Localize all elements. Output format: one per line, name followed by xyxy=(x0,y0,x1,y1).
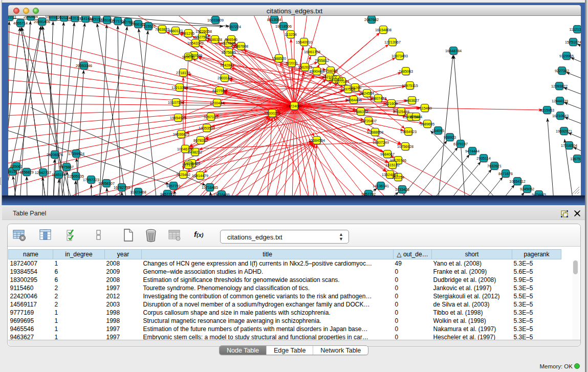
svg-text:835061: 835061 xyxy=(10,164,23,169)
svg-text:9227342: 9227342 xyxy=(555,69,569,73)
svg-text:8215953: 8215953 xyxy=(540,108,554,113)
svg-text:989016: 989016 xyxy=(182,55,194,59)
svg-text:12353594: 12353594 xyxy=(199,126,215,130)
svg-text:9474444: 9474444 xyxy=(465,149,480,154)
svg-text:8427552: 8427552 xyxy=(212,89,227,93)
svg-text:20691406: 20691406 xyxy=(34,19,50,24)
svg-text:15716485: 15716485 xyxy=(202,185,218,190)
svg-text:20053346: 20053346 xyxy=(76,63,92,68)
svg-text:2040404: 2040404 xyxy=(24,16,38,19)
svg-text:1588520: 1588520 xyxy=(272,56,286,61)
svg-text:2935114: 2935114 xyxy=(476,156,490,161)
svg-text:39159: 39159 xyxy=(8,169,17,174)
svg-text:10654112: 10654112 xyxy=(509,179,525,184)
svg-text:9242848: 9242848 xyxy=(220,63,234,68)
svg-text:12444139: 12444139 xyxy=(552,99,568,103)
svg-text:1167533: 1167533 xyxy=(570,157,581,161)
svg-text:16914479: 16914479 xyxy=(192,173,208,178)
svg-text:9857791: 9857791 xyxy=(166,184,181,188)
svg-text:16543342: 16543342 xyxy=(187,41,204,46)
svg-text:10025488: 10025488 xyxy=(393,110,409,114)
svg-text:17016504: 17016504 xyxy=(561,143,577,148)
svg-text:938923: 938923 xyxy=(444,135,456,140)
svg-text:10120746: 10120746 xyxy=(390,158,406,163)
svg-text:8471676: 8471676 xyxy=(498,171,513,176)
svg-text:6794028: 6794028 xyxy=(323,69,338,73)
svg-text:16033809: 16033809 xyxy=(207,18,224,23)
svg-text:9777169: 9777169 xyxy=(335,79,349,84)
svg-text:15384554: 15384554 xyxy=(309,138,325,143)
svg-text:16210643: 16210643 xyxy=(552,114,569,118)
svg-text:9684067: 9684067 xyxy=(380,152,395,157)
svg-text:19218506: 19218506 xyxy=(275,24,292,29)
svg-text:12975115: 12975115 xyxy=(402,83,418,88)
svg-text:9975867: 9975867 xyxy=(59,165,74,169)
svg-text:8575685: 8575685 xyxy=(222,50,236,55)
svg-text:9474445: 9474445 xyxy=(532,192,546,195)
svg-text:2718176: 2718176 xyxy=(176,71,190,75)
svg-text:2803144: 2803144 xyxy=(217,76,232,80)
svg-text:7632621: 7632621 xyxy=(487,164,502,168)
svg-text:10958107: 10958107 xyxy=(98,181,115,186)
svg-text:8186328: 8186328 xyxy=(208,37,222,42)
svg-text:9245052: 9245052 xyxy=(520,187,534,191)
svg-text:10688609: 10688609 xyxy=(367,130,383,135)
svg-text:15716486: 15716486 xyxy=(213,192,230,195)
svg-text:10107552: 10107552 xyxy=(168,100,184,105)
svg-text:12213967: 12213967 xyxy=(384,40,401,45)
svg-text:7386372: 7386372 xyxy=(354,110,368,114)
svg-text:8813054: 8813054 xyxy=(267,17,281,22)
svg-text:9463627: 9463627 xyxy=(405,98,419,103)
svg-text:19654925: 19654925 xyxy=(170,116,186,120)
svg-text:1145194: 1145194 xyxy=(52,172,66,177)
svg-text:7955812: 7955812 xyxy=(315,58,329,63)
svg-text:1615132: 1615132 xyxy=(385,163,400,167)
svg-text:9527506: 9527506 xyxy=(195,35,209,39)
svg-text:11121314: 11121314 xyxy=(570,27,581,32)
svg-text:4055714: 4055714 xyxy=(13,21,28,26)
svg-text:16782759: 16782759 xyxy=(114,185,130,190)
svg-text:7357224: 7357224 xyxy=(227,25,241,29)
svg-text:14136141: 14136141 xyxy=(373,184,389,188)
svg-text:11111111: 11111111 xyxy=(8,16,16,19)
svg-text:1156829: 1156829 xyxy=(19,170,33,174)
svg-text:1733426: 1733426 xyxy=(395,187,409,192)
svg-text:16648784: 16648784 xyxy=(445,49,462,53)
svg-text:12213369: 12213369 xyxy=(171,85,188,90)
svg-text:6379197: 6379197 xyxy=(453,142,468,146)
svg-text:3624554: 3624554 xyxy=(360,91,374,96)
svg-text:7515526: 7515526 xyxy=(141,24,156,29)
svg-text:9689695: 9689695 xyxy=(420,122,434,126)
svg-text:25300275: 25300275 xyxy=(264,111,280,116)
svg-text:1700444: 1700444 xyxy=(210,101,224,105)
svg-text:164095: 164095 xyxy=(432,128,444,133)
svg-text:18724007: 18724007 xyxy=(286,104,302,108)
svg-text:9329965: 9329965 xyxy=(559,54,574,58)
svg-text:15640910: 15640910 xyxy=(296,40,312,45)
svg-text:876444: 876444 xyxy=(410,115,422,119)
svg-text:15226058: 15226058 xyxy=(195,29,212,34)
svg-text:746266: 746266 xyxy=(349,85,361,90)
svg-text:3498222: 3498222 xyxy=(188,150,202,155)
svg-text:7625402: 7625402 xyxy=(176,172,190,177)
svg-text:113254: 113254 xyxy=(285,32,296,37)
svg-text:10807487: 10807487 xyxy=(370,96,386,101)
svg-text:2087682: 2087682 xyxy=(364,17,379,22)
svg-text:8660123: 8660123 xyxy=(168,29,183,33)
svg-text:8990448: 8990448 xyxy=(310,69,324,74)
svg-text:15751074: 15751074 xyxy=(565,40,581,45)
svg-text:7663822: 7663822 xyxy=(155,27,169,32)
svg-text:822031: 822031 xyxy=(286,61,298,65)
svg-text:546546: 546546 xyxy=(225,37,237,42)
svg-text:15720407: 15720407 xyxy=(360,119,377,123)
svg-text:26206576: 26206576 xyxy=(47,152,63,157)
svg-text:621606: 621606 xyxy=(385,101,398,106)
svg-text:127127: 127127 xyxy=(182,163,194,167)
svg-text:8678332: 8678332 xyxy=(193,138,208,143)
svg-text:18807249: 18807249 xyxy=(373,140,389,145)
svg-text:891295: 891295 xyxy=(182,31,194,36)
svg-text:10756928: 10756928 xyxy=(397,144,413,149)
svg-text:17957223: 17957223 xyxy=(83,178,99,182)
svg-text:12505135: 12505135 xyxy=(68,174,84,179)
svg-text:17359924: 17359924 xyxy=(68,151,84,156)
